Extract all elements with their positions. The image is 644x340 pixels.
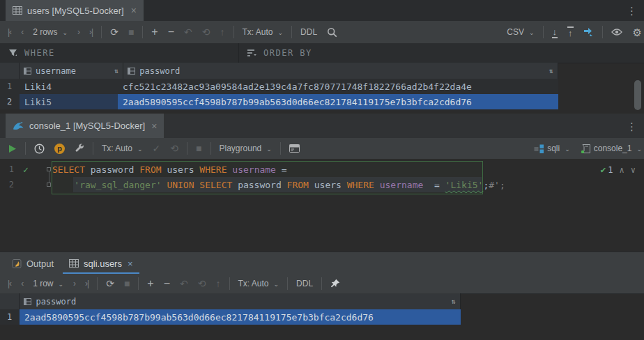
export-format-dropdown[interactable]: CSV ⌄ [502,21,539,43]
row-number-header [0,63,20,79]
tab-output[interactable]: Output [4,252,61,275]
toolbar-separator [287,277,288,290]
history-clock-icon[interactable] [29,138,49,159]
output-icon [12,259,22,268]
grid-rows: 1Liki4cfc521c23482ac93a09584ad2e139c4a7f… [0,79,558,109]
table-grid-icon [13,6,22,15]
view-options-icon[interactable] [606,21,628,43]
reload-icon[interactable]: ⟳ [101,274,119,293]
previous-page-button[interactable]: ‹ [16,21,28,43]
table-grid-icon [69,259,79,268]
add-row-button[interactable]: + [142,274,158,293]
toolbar-separator [93,142,93,155]
ddl-button[interactable]: DDL [291,274,318,293]
sort-icon[interactable]: ⇅ [549,67,553,75]
tab-console-1[interactable]: console_1 [MySQL5-Docker] × [6,114,164,138]
wrench-icon[interactable] [70,138,89,159]
where-filter-field[interactable]: WHERE [0,43,239,63]
console-tab-bar: console_1 [MySQL5-Docker] × ⋮ [0,114,644,139]
chevron-down-icon: ⌄ [636,146,642,153]
first-page-button[interactable]: |‹ [3,274,16,293]
delete-row-button[interactable]: − [163,21,179,43]
editor-line[interactable]: 2 'raw_sql_danger' UNION SELECT password… [0,177,644,192]
tx-mode-label: Tx: Auto [243,28,273,36]
delete-row-button[interactable]: − [159,274,175,293]
table-row[interactable]: 12aad5890595ccf4598b787b99ab563d0d66ec82… [0,309,461,325]
next-problem-icon[interactable]: ∨ [631,165,636,175]
tx-mode-dropdown[interactable]: Tx: Auto ⌄ [238,21,289,43]
table-row[interactable]: 2Liki52aad5890595ccf4598b787b99ab563d0d6… [0,94,558,109]
tab-sqli-users-result[interactable]: sqli.users × [61,252,141,275]
sort-icon[interactable]: ⇅ [452,298,456,305]
import-data-icon[interactable]: ↑ [562,21,578,43]
sql-editor[interactable]: 1✓SELECT password FROM users WHERE usern… [0,159,644,252]
playground-dropdown[interactable]: Playground ⌄ [215,138,277,159]
gear-icon[interactable]: ⚙ [628,21,644,43]
first-page-button[interactable]: |‹ [3,21,16,43]
toolbar-separator [321,277,322,290]
next-page-button[interactable]: › [68,274,80,293]
stop-icon: ■ [123,21,139,43]
last-page-button[interactable]: ›| [84,21,98,43]
run-button[interactable] [3,138,22,159]
sort-icon[interactable]: ⇅ [114,67,118,75]
session-console-icon [580,144,591,153]
tx-mode-dropdown[interactable]: Tx: Auto ⌄ [97,138,148,159]
schema-dropdown[interactable]: sqli ⌄ [529,138,575,159]
table-row[interactable]: 1Liki4cfc521c23482ac93a09584ad2e139c4a7f… [0,79,558,94]
upload-icon: ↑ [567,26,574,38]
toolbar-separator [543,26,544,38]
export-data-icon[interactable]: ↓ [547,21,563,43]
add-row-button[interactable]: + [146,21,162,43]
tx-mode-dropdown[interactable]: Tx: Auto ⌄ [233,274,284,293]
last-page-button[interactable]: ›| [80,274,93,293]
scrollbar-thumb[interactable] [634,80,641,110]
tab-users-table[interactable]: users [MySQL5-Docker] × [6,0,144,21]
row-number: 1 [0,79,20,94]
ddl-button[interactable]: DDL [296,21,322,43]
order-by-filter-field[interactable]: ORDER BY [239,43,312,63]
toolbar-separator [210,142,211,155]
previous-page-button[interactable]: ‹ [16,274,28,293]
kebab-menu-icon[interactable]: ⋮ [627,6,637,16]
column-header-username[interactable]: username ⇅ [20,63,123,79]
cell-username[interactable]: Liki5 [20,94,118,109]
row-number-header [0,293,20,309]
page-size-dropdown[interactable]: 2 rows ⌄ [28,21,72,43]
next-page-button[interactable]: › [72,21,84,43]
kebab-menu-icon[interactable]: ⋮ [627,121,637,131]
stop-icon: ■ [119,274,135,293]
search-icon[interactable] [322,21,342,43]
grid-header-row: password ⇅ [0,293,461,309]
column-icon [128,68,135,75]
close-icon[interactable]: × [131,5,137,16]
chevron-down-icon: ⌄ [58,281,63,288]
session-dropdown[interactable]: console_1 ⌄ [575,138,644,159]
close-icon[interactable]: × [151,121,157,132]
parameters-icon[interactable]: p [49,138,70,159]
chevron-down-icon: ⌄ [278,30,284,36]
close-icon[interactable]: × [128,258,133,269]
column-header-password[interactable]: password ⇅ [123,63,558,79]
prev-problem-icon[interactable]: ∧ [620,165,624,175]
output-console-icon[interactable] [284,138,305,159]
page-size-label: 1 row [33,279,53,288]
editor-line[interactable]: 1✓SELECT password FROM users WHERE usern… [0,162,644,177]
cell-password[interactable]: 2aad5890595ccf4598b787b99ab563d0d66ec821… [20,309,461,325]
tab-label: users [MySQL5-Docker] [27,6,124,16]
compare-icon[interactable] [578,21,599,43]
revert-icon: ⟲ [193,274,211,293]
cell-username[interactable]: Liki4 [20,79,118,94]
console-toolbar: p Tx: Auto ⌄ ✓ ⟲ ■ Playground ⌄ sqli ⌄ [0,138,644,160]
row-number: 1 [0,309,20,325]
reload-icon[interactable]: ⟳ [105,21,123,43]
column-header-password[interactable]: password ⇅ [20,293,461,309]
page-size-dropdown[interactable]: 1 row ⌄ [28,274,68,293]
pin-tab-icon[interactable] [325,274,345,293]
cell-password[interactable]: cfc521c23482ac93a09584ad2e139c4a7fc87077… [118,79,558,94]
submit-icon: ↑ [211,274,226,293]
cell-password[interactable]: 2aad5890595ccf4598b787b99ab563d0d66ec821… [118,94,558,109]
undo-icon: ↶ [179,21,197,43]
inspection-widget[interactable]: ✔ 1 ∧ ∨ [600,164,636,175]
where-label: WHERE [24,48,55,58]
